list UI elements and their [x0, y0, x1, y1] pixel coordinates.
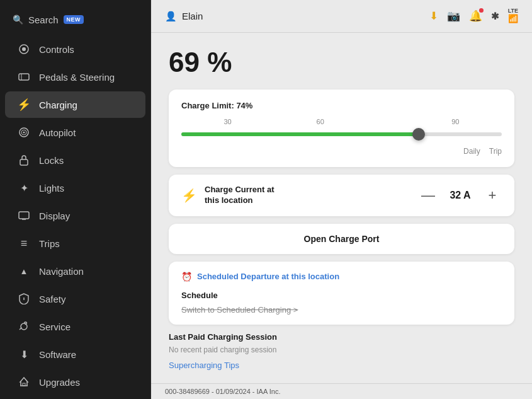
search-icon	[13, 14, 23, 25]
user-icon: 👤	[165, 11, 177, 22]
sidebar: Search NEW Controls Pedals & Steering ⚡ …	[0, 0, 151, 399]
charge-limit-card: Charge Limit: 74% 30 60 90	[169, 90, 514, 167]
trips-icon: ≡	[18, 237, 30, 250]
charge-percent: 69 %	[169, 47, 514, 78]
charge-limit-slider[interactable]	[181, 125, 502, 143]
autopilot-label: Autopilot	[39, 127, 76, 138]
search-new-badge: NEW	[64, 15, 84, 24]
sidebar-item-upgrades[interactable]: Upgrades	[5, 369, 145, 395]
charging-label: Charging	[39, 100, 77, 110]
upgrades-icon	[18, 376, 30, 388]
main-content: 👤 Elain ⬇ 📷 🔔 ✱ LTE 📶 69 %	[151, 0, 532, 399]
svg-rect-7	[20, 159, 28, 165]
schedule-label: Schedule	[181, 291, 502, 300]
header-user: 👤 Elain	[165, 11, 203, 22]
service-icon	[18, 320, 30, 333]
header: 👤 Elain ⬇ 📷 🔔 ✱ LTE 📶	[151, 0, 532, 33]
svg-point-10	[23, 299, 25, 300]
bluetooth-icon[interactable]: ✱	[491, 11, 499, 22]
charge-current-icon: ⚡	[181, 188, 197, 203]
lights-icon: ✦	[18, 182, 30, 194]
display-icon	[18, 209, 30, 222]
controls-label: Controls	[39, 44, 74, 55]
software-label: Software	[39, 349, 76, 360]
slider-labels: Daily Trip	[181, 147, 502, 156]
slider-markers: 30 60 90	[181, 118, 502, 125]
sidebar-item-lights[interactable]: ✦ Lights	[5, 175, 145, 201]
sidebar-item-pedals[interactable]: Pedals & Steering	[5, 64, 145, 90]
charge-current-controls: — 32 A +	[419, 186, 502, 205]
notification-dot	[479, 8, 484, 13]
download-icon[interactable]: ⬇	[429, 9, 438, 23]
software-icon: ⬇	[18, 348, 30, 361]
scheduled-title: ⏰ Scheduled Departure at this location	[181, 272, 502, 282]
switch-charging-link[interactable]: Switch to Scheduled Charging >	[181, 305, 502, 315]
svg-rect-2	[19, 74, 29, 80]
charge-current-card: ⚡ Charge Current at this location — 32 A…	[169, 175, 514, 216]
camera-icon[interactable]: 📷	[447, 9, 460, 23]
charge-current-label: Charge Current at this location	[205, 185, 411, 206]
trip-label: Trip	[489, 147, 502, 156]
current-value: 32 A	[448, 190, 473, 201]
decrease-current-button[interactable]: —	[419, 186, 438, 205]
clock-icon: ⏰	[181, 272, 192, 282]
search-bar[interactable]: Search NEW	[0, 6, 150, 35]
sidebar-item-service[interactable]: Service	[5, 313, 145, 340]
open-charge-port-button[interactable]: Open Charge Port	[169, 224, 514, 254]
bottom-bar: 000-38489669 - 01/09/2024 - IAA Inc.	[151, 383, 532, 399]
upgrades-label: Upgrades	[39, 377, 80, 388]
locks-label: Locks	[39, 155, 64, 166]
charge-limit-label: Charge Limit: 74%	[181, 101, 502, 110]
sidebar-item-safety[interactable]: Safety	[5, 286, 145, 312]
navigation-icon: ▲	[18, 265, 30, 277]
scheduled-title-text: Scheduled Departure at this location	[197, 272, 339, 281]
bottom-bar-text: 000-38489669 - 01/09/2024 - IAA Inc.	[165, 388, 280, 395]
sidebar-item-display[interactable]: Display	[5, 202, 145, 229]
lte-signal: LTE 📶	[508, 8, 518, 23]
lights-label: Lights	[39, 183, 64, 194]
charging-icon: ⚡	[18, 98, 30, 111]
scheduled-departure-card: ⏰ Scheduled Departure at this location S…	[169, 262, 514, 325]
sidebar-item-autopilot[interactable]: Autopilot	[5, 119, 145, 146]
sidebar-item-navigation[interactable]: ▲ Navigation	[5, 258, 145, 284]
sidebar-item-locks[interactable]: Locks	[5, 147, 145, 173]
pedals-label: Pedals & Steering	[39, 72, 115, 83]
last-paid-title: Last Paid Charging Session	[169, 332, 514, 342]
lock-icon	[18, 154, 30, 166]
svg-point-1	[22, 47, 26, 51]
slider-fill	[181, 132, 419, 136]
content-area: 69 % Charge Limit: 74% 30 60 90	[151, 33, 532, 383]
trips-label: Trips	[39, 238, 60, 249]
supercharging-tips-link[interactable]: Supercharging Tips	[169, 361, 514, 370]
last-paid-section: Last Paid Charging Session No recent pai…	[169, 332, 514, 370]
sidebar-item-trips[interactable]: ≡ Trips	[5, 230, 145, 257]
controls-icon	[18, 43, 30, 55]
autopilot-icon	[18, 126, 30, 139]
bell-icon[interactable]: 🔔	[469, 9, 482, 23]
increase-current-button[interactable]: +	[483, 186, 502, 205]
sidebar-item-software[interactable]: ⬇ Software	[5, 341, 145, 367]
pedals-icon	[18, 71, 30, 83]
search-label: Search	[28, 14, 59, 25]
daily-label: Daily	[463, 147, 480, 156]
safety-icon	[18, 292, 30, 305]
sidebar-item-controls[interactable]: Controls	[5, 36, 145, 62]
safety-label: Safety	[39, 294, 66, 304]
header-icons: ⬇ 📷 🔔 ✱ LTE 📶	[429, 8, 518, 23]
last-paid-value: No recent paid charging session	[169, 345, 514, 354]
svg-rect-8	[19, 212, 29, 219]
sidebar-item-charging[interactable]: ⚡ Charging	[5, 91, 145, 118]
service-label: Service	[39, 321, 71, 332]
slider-thumb[interactable]	[412, 128, 425, 141]
navigation-label: Navigation	[39, 266, 84, 277]
user-name: Elain	[182, 11, 203, 21]
display-label: Display	[39, 211, 70, 221]
svg-point-6	[23, 132, 25, 134]
